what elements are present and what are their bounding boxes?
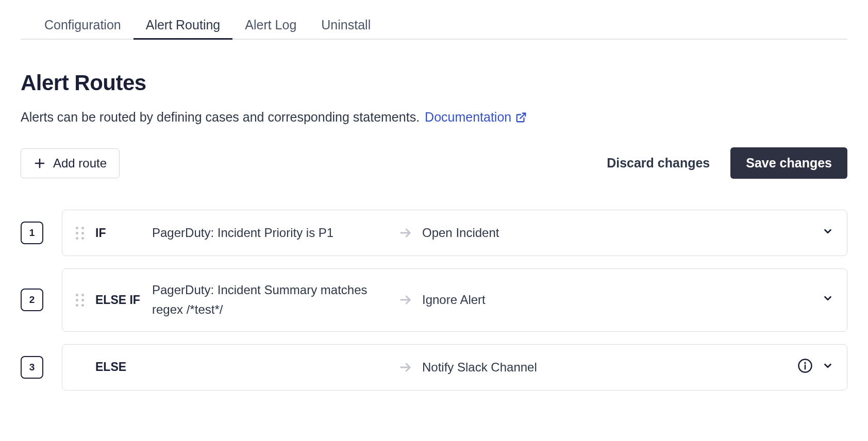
route-card[interactable]: ELSE IF PagerDuty: Incident Summary matc… [62,268,847,332]
route-row: 2 ELSE IF PagerDuty: Incident Summary ma… [21,268,847,332]
tab-alert-routing[interactable]: Alert Routing [146,10,221,40]
drag-handle-icon[interactable] [76,227,88,240]
chevron-down-icon[interactable] [822,226,833,240]
drag-handle-icon[interactable] [76,294,88,307]
route-number-badge: 2 [21,289,43,311]
add-route-button[interactable]: Add route [21,148,120,178]
route-keyword: ELSE [95,360,152,374]
route-card[interactable]: IF PagerDuty: Incident Priority is P1 Op… [62,210,847,256]
route-row: 3 ELSE Notify Slack Channel [21,344,847,391]
route-number-badge: 1 [21,222,43,244]
page-description-text: Alerts can be routed by defining cases a… [21,110,420,125]
action-right: Discard changes Save changes [607,147,847,179]
chevron-down-icon[interactable] [822,360,833,375]
add-route-label: Add route [53,156,107,171]
route-condition: PagerDuty: Incident Summary matches rege… [152,280,389,320]
documentation-link[interactable]: Documentation [425,110,527,125]
route-icons [797,358,833,377]
external-link-icon [515,112,527,123]
route-number-badge: 3 [21,356,43,379]
route-keyword: IF [95,226,152,240]
page-description: Alerts can be routed by defining cases a… [21,110,847,125]
documentation-link-label: Documentation [425,110,511,125]
route-keyword: ELSE IF [95,293,152,307]
plus-icon [34,157,46,169]
discard-changes-button[interactable]: Discard changes [607,156,710,171]
page-title: Alert Routes [21,71,847,95]
chevron-down-icon[interactable] [822,293,833,307]
route-icons [822,226,833,240]
routes-list: 1 IF PagerDuty: Incident Priority is P1 … [21,210,847,391]
route-action: Notify Slack Channel [422,360,797,375]
tabs-nav: Configuration Alert Routing Alert Log Un… [21,10,847,40]
route-action: Ignore Alert [422,293,822,307]
tab-alert-log[interactable]: Alert Log [245,10,296,40]
arrow-right-icon [389,226,422,240]
tab-uninstall[interactable]: Uninstall [321,10,371,40]
route-icons [822,293,833,307]
route-action: Open Incident [422,226,822,240]
arrow-right-icon [389,360,422,375]
tab-configuration[interactable]: Configuration [44,10,121,40]
svg-point-8 [805,363,805,363]
arrow-right-icon [389,293,422,307]
route-card[interactable]: ELSE Notify Slack Channel [62,344,847,391]
info-icon[interactable] [797,358,813,377]
route-condition: PagerDuty: Incident Priority is P1 [152,223,389,243]
save-changes-button[interactable]: Save changes [730,147,847,179]
svg-line-0 [520,113,525,118]
action-bar: Add route Discard changes Save changes [21,147,847,179]
route-row: 1 IF PagerDuty: Incident Priority is P1 … [21,210,847,256]
